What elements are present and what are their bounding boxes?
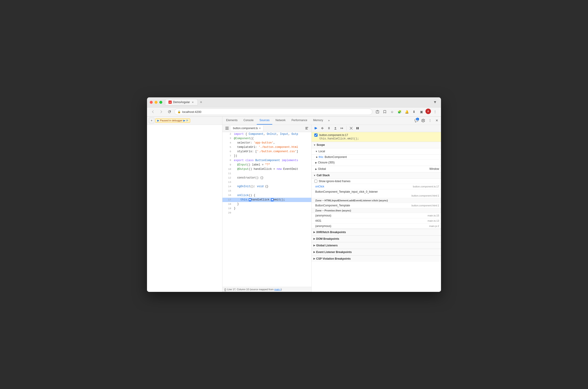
extensions-btn[interactable]: 🧩 [396, 109, 403, 115]
devtools-more-btn[interactable]: ⋮ [427, 117, 433, 124]
devtools-close-btn[interactable]: ✕ [434, 117, 440, 124]
resume-btn[interactable] [313, 126, 319, 131]
pause-icon: ▶ [157, 119, 159, 122]
svg-rect-8 [357, 127, 357, 129]
step-over-btn[interactable] [320, 126, 325, 131]
tab-elements[interactable]: Elements [223, 117, 240, 125]
call-stack-button-template[interactable]: ButtonComponent_Template button.componen… [312, 203, 441, 208]
step-over-icon[interactable]: ⟳ [186, 119, 188, 122]
synced-btn[interactable]: 🔔 [403, 109, 410, 115]
scope-key: this: [319, 155, 324, 159]
breakpoint-checkbox[interactable] [314, 133, 318, 137]
url-bar[interactable]: 🔒 localhost:4200 [174, 109, 372, 115]
cs-file-4431: main.ts:13 [427, 219, 439, 222]
step-into-btn[interactable] [326, 126, 332, 131]
event-listeners-header[interactable]: ▶ Event Listener Breakpoints [312, 249, 441, 255]
tab-performance[interactable]: Performance [289, 117, 310, 125]
call-stack-header[interactable]: ▼ Call Stack [312, 172, 441, 179]
pretty-print-icon[interactable]: {} [224, 288, 226, 291]
tab-bar: A DemoAngular ✕ + ▼ [165, 99, 438, 105]
local-scope-header[interactable]: ▼ Local [312, 148, 441, 155]
more-menu-btn[interactable]: ⋮ [432, 109, 438, 115]
scope-section: ▼ Scope ▼ Local ▶ this: ButtonComponent [312, 142, 441, 292]
cs-file-template: button.component.html:1 [412, 194, 439, 197]
more-tabs-btn[interactable]: » [326, 118, 331, 123]
share-btn[interactable] [374, 109, 381, 115]
call-stack-anonymous2[interactable]: (anonymous) main.js:2 [312, 224, 441, 229]
scope-header[interactable]: ▼ Scope [312, 142, 441, 148]
xhr-breakpoints-header[interactable]: ▶ XHR/fetch Breakpoints [312, 229, 441, 235]
reload-btn[interactable] [166, 109, 173, 115]
tab-network[interactable]: Network [273, 117, 288, 125]
tab-expand-btn[interactable]: ▼ [432, 99, 438, 105]
status-link[interactable]: main.j [274, 288, 281, 291]
code-line: 9 @Input() label = "?" [223, 163, 311, 167]
step-btn[interactable] [339, 126, 345, 131]
close-tl[interactable] [150, 101, 153, 104]
file-tab-close-btn[interactable]: ✕ [259, 127, 261, 130]
call-stack-label: Call Stack [317, 174, 330, 177]
global-listeners-header[interactable]: ▶ Global Listeners [312, 242, 441, 249]
tab-sources[interactable]: Sources [257, 117, 272, 125]
pretty-print-btn[interactable] [304, 126, 310, 131]
bookmark-btn[interactable] [382, 109, 388, 115]
sources-inner-toolbar: button.component.ts ✕ [223, 125, 311, 132]
closure-header[interactable]: ▶ Closure (355) [312, 160, 441, 166]
tab-close-btn[interactable]: ✕ [191, 100, 194, 104]
tab-console[interactable]: Console [241, 117, 256, 125]
sidebar-btn[interactable]: ▣ [418, 109, 425, 115]
code-line: 10 @Output() handleClick = new EventEmit [223, 167, 311, 171]
closure-label: Closure (355) [318, 161, 335, 164]
forward-btn[interactable] [158, 109, 164, 115]
global-header[interactable]: ▶ Global Window [312, 166, 441, 172]
event-arrow-icon: ▶ [313, 251, 315, 253]
scope-val: ButtonComponent [325, 155, 347, 159]
code-line: 16 onClick() { [223, 193, 311, 198]
maximize-tl[interactable] [159, 101, 162, 104]
devtools-settings-btn[interactable] [420, 117, 426, 124]
zone1-label: Zone – HTMLInputElement.addEventListener… [315, 199, 388, 202]
url-lock-icon: 🔒 [177, 110, 181, 113]
svg-marker-6 [315, 127, 317, 129]
call-stack-4431[interactable]: 4431 main.ts:13 [312, 218, 441, 224]
zone-separator-1: Zone – HTMLInputElement.addEventListener… [312, 198, 441, 203]
show-ignore-text: Show ignore-listed frames [319, 180, 351, 183]
downloads-btn[interactable]: ⬇ [411, 109, 417, 115]
code-line: 15 [223, 189, 311, 193]
profile-avatar[interactable]: A [425, 109, 431, 114]
devtools-inner: button.component.ts ✕ 2 import { Compone… [223, 125, 441, 292]
browser-tab[interactable]: A DemoAngular ✕ [165, 99, 198, 105]
cs-fn-template: ButtonComponent_Template_input_click_0_l… [315, 190, 378, 193]
show-navigator-btn[interactable] [224, 126, 230, 131]
csp-header[interactable]: ▶ CSP Violation Breakpoints [312, 256, 441, 262]
back-btn[interactable] [150, 109, 156, 115]
dom-breakpoints-label: DOM Breakpoints [316, 237, 339, 240]
notification-btn[interactable]: 💬 1 [413, 117, 420, 124]
tab-memory[interactable]: Memory [310, 117, 326, 125]
scope-this-item[interactable]: ▶ this: ButtonComponent [312, 155, 441, 160]
code-line-highlighted: 17 this.■handleClick.■emit(); [223, 198, 311, 202]
devtools-actions: 💬 1 ⋮ ✕ [413, 117, 440, 124]
resume-icon[interactable]: ▶ [183, 119, 185, 122]
dom-breakpoints-header[interactable]: ▶ DOM Breakpoints [312, 236, 441, 242]
profiles-btn[interactable]: ☺ [389, 109, 395, 115]
tab-title: DemoAngular [173, 100, 190, 104]
page-content [147, 125, 222, 292]
step-out-btn[interactable] [333, 126, 338, 131]
status-text: Line 17, Column 10 (source mapped from m… [227, 288, 282, 291]
file-tab-button[interactable]: button.component.ts ✕ [231, 126, 263, 131]
cs-file-anon1: main.ts:15 [427, 214, 439, 217]
call-stack-anonymous1[interactable]: (anonymous) main.ts:15 [312, 213, 441, 218]
main-content: + ▶ Paused in debugger ▶ ⟳ Elements Cons… [147, 117, 441, 292]
notification-badge: 1 [416, 118, 419, 121]
pause-exceptions-btn[interactable] [355, 126, 360, 131]
call-stack-onclick[interactable]: onClick button.component.ts:17 [312, 184, 441, 189]
ignore-listed-checkbox[interactable] [314, 180, 317, 183]
minimize-tl[interactable] [155, 101, 158, 104]
deactivate-btn[interactable] [348, 126, 354, 131]
call-stack-template-listener[interactable]: ButtonComponent_Template_input_click_0_l… [312, 189, 441, 198]
new-tab-btn[interactable]: + [198, 99, 204, 105]
scope-arrow-icon: ▼ [313, 144, 316, 146]
add-source-btn[interactable]: + [149, 118, 154, 123]
cs-file-btntemplate: button.component.html:1 [412, 204, 439, 207]
